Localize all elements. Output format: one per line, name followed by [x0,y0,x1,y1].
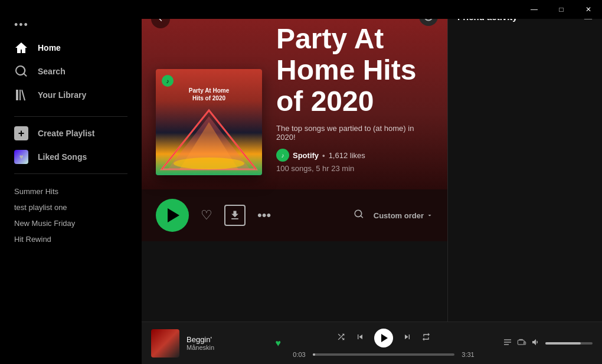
toolbar: ♡ ••• Custom order [142,189,447,241]
svg-rect-9 [504,342,511,342]
liked-songs-label: Liked Songs [38,152,87,162]
now-playing-thumb [151,329,179,358]
sidebar-item-library[interactable]: Your Library [0,83,142,107]
create-playlist-icon: + [14,126,28,140]
player-play-icon [381,334,388,342]
track-artist: Måneskin [187,344,269,351]
library-label: Your Library [38,90,86,100]
devices-button[interactable] [517,337,526,349]
custom-order-button[interactable]: Custom order [374,211,433,220]
playback-buttons [336,329,431,347]
playlist-header: ♪ Party At HomeHits of 2020 [142,0,447,189]
shuffle-button[interactable] [336,332,346,344]
svg-rect-1 [19,90,21,100]
playlist-list: Summer Hits test playlist one New Music … [0,179,142,364]
svg-rect-8 [504,339,511,340]
download-button[interactable] [224,205,246,226]
playlist-meta: ♪ Spotify • 1,612 likes [276,149,433,162]
play-button[interactable] [156,199,189,232]
sidebar-top: ••• Home Search Your Library [0,5,142,112]
progress-bar-area: 0:03 3:31 [290,351,477,358]
play-icon [168,208,179,222]
svg-rect-11 [518,340,524,344]
like-button[interactable]: ♡ [198,205,215,225]
playlist-author: Spotify [293,151,319,160]
maximize-button[interactable]: □ [548,0,575,19]
playlist-songs: 100 songs [276,164,312,173]
create-playlist-label: Create Playlist [38,129,95,138]
more-options-icon[interactable]: ••• [14,19,29,31]
total-time: 3:31 [459,351,477,358]
svg-rect-10 [504,344,509,345]
player-controls: 0:03 3:31 [290,329,477,358]
volume-track[interactable] [545,342,593,345]
album-art: ♪ Party At HomeHits of 2020 [156,69,262,175]
current-time: 0:03 [290,351,308,358]
player-play-button[interactable] [374,329,393,347]
player-like-button[interactable]: ♥ [276,338,282,349]
custom-order-label: Custom order [374,211,424,220]
player-right-controls [486,337,593,349]
main-content: ♪ Party At HomeHits of 2020 [142,0,447,364]
progress-track[interactable] [313,353,454,356]
meta-dot-1: • [322,151,325,160]
repeat-button[interactable] [421,332,431,344]
sidebar-item-search[interactable]: Search [0,60,142,83]
playlist-duration: 5 hr 23 min [316,164,354,173]
sidebar-item-home[interactable]: Home [0,36,142,60]
create-playlist-action[interactable]: + Create Playlist [0,122,142,145]
library-icon [14,88,28,102]
close-button[interactable]: ✕ [575,0,602,19]
search-tracks-button[interactable] [354,209,364,222]
sidebar: ••• Home Search Your Library [0,0,142,364]
playlist-description: The top songs we partied to (at home) in… [276,124,433,142]
now-playing-info: Beggin' Måneskin [187,335,269,351]
playlist-likes: 1,612 likes [329,151,365,160]
queue-button[interactable] [503,337,512,349]
search-label: Search [38,67,66,76]
playlist-title: Party At Home Hits of 2020 [276,24,433,117]
playlist-item-hit-rewind[interactable]: Hit Rewind [0,231,142,247]
playlist-item-test[interactable]: test playlist one [0,199,142,215]
album-spotify-icon: ♪ [162,75,174,87]
spotify-logo: ♪ [276,149,289,162]
player-bar: Beggin' Måneskin ♥ [142,322,602,364]
progress-fill [313,353,315,356]
playlist-item-summer-hits[interactable]: Summer Hits [0,183,142,199]
next-button[interactable] [403,332,412,344]
playlist-songs-meta: 100 songs, 5 hr 23 min [276,164,433,173]
volume-fill [545,342,581,345]
titlebar: — □ ✕ [0,0,602,19]
sidebar-divider-2 [14,173,127,174]
right-panel: Friend activity [447,0,602,364]
playlist-info: PLAYLIST Party At Home Hits of 2020 The … [276,12,433,175]
svg-rect-0 [16,90,18,100]
more-button[interactable]: ••• [255,205,273,225]
liked-songs-action[interactable]: ♥ Liked Songs [0,145,142,169]
search-icon [14,64,28,78]
liked-songs-icon: ♥ [14,150,28,164]
track-title: Beggin' [187,335,269,344]
previous-button[interactable] [355,332,365,344]
home-label: Home [38,43,61,53]
playlist-item-new-music-friday[interactable]: New Music Friday [0,215,142,231]
album-title-text: Party At HomeHits of 2020 [156,87,262,102]
home-icon [14,41,28,55]
volume-button[interactable] [531,337,541,349]
svg-point-7 [174,158,244,169]
now-playing: Beggin' Måneskin ♥ [151,329,281,358]
minimize-button[interactable]: — [521,0,548,19]
sidebar-divider-1 [14,116,127,117]
app-container: ••• Home Search Your Library [0,0,602,364]
svg-rect-12 [524,342,526,345]
